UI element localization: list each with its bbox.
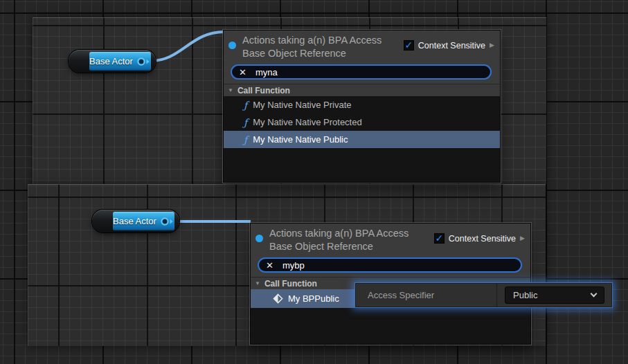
search-input[interactable]: ✕ mybp — [258, 257, 522, 273]
menu-item-label: My Native Native Protected — [253, 117, 362, 127]
node-header: Base Actor — [113, 212, 174, 230]
menu-title: Actions taking a(n) BPA Access Base Obje… — [269, 227, 434, 253]
search-value: myna — [255, 67, 278, 78]
pin-type-dot-icon — [228, 42, 236, 49]
checkbox-checked-icon[interactable]: ✓ — [434, 233, 445, 244]
base-actor-node-top[interactable]: Base Actor — [69, 50, 156, 73]
menu-title: Actions taking a(n) BPA Access Base Obje… — [242, 34, 404, 60]
bp-function-diamond-icon — [273, 293, 283, 304]
menu-item-label: My Native Native Public — [253, 134, 348, 145]
function-icon: ƒ — [244, 100, 247, 110]
node-title: Base Actor — [89, 56, 133, 66]
object-output-pin-icon[interactable] — [160, 217, 174, 226]
context-sensitive-label: Context Sensitive — [418, 41, 485, 51]
search-value: mybp — [282, 260, 305, 271]
clear-search-icon[interactable]: ✕ — [266, 261, 273, 270]
dropdown-value: Public — [513, 290, 537, 300]
function-icon: ƒ — [244, 118, 247, 127]
search-input[interactable]: ✕ myna — [231, 64, 492, 80]
category-call-function[interactable]: ▼ Call Function — [224, 84, 500, 96]
access-specifier-label: Access Specifier — [355, 283, 497, 307]
collapse-triangle-icon: ▼ — [228, 88, 233, 93]
pin-type-dot-icon — [255, 235, 263, 242]
access-specifier-panel: Access Specifier Public — [355, 282, 613, 308]
context-sensitive-label: Context Sensitive — [449, 234, 516, 244]
blueprint-canvas[interactable]: Base Actor Base Actor — [0, 0, 628, 364]
context-sensitive-toggle[interactable]: ✓ Context Sensitive ▶ — [404, 40, 494, 51]
checkbox-checked-icon[interactable]: ✓ — [404, 40, 414, 51]
chevron-down-icon — [591, 291, 598, 298]
menu-item-label: My BPPublic — [288, 293, 339, 304]
menu-item-list: ƒ My Native Native Private ƒ My Native N… — [224, 96, 500, 182]
menu-item-my-native-native-public[interactable]: ƒ My Native Native Public — [224, 131, 500, 148]
menu-item-my-native-native-private[interactable]: ƒ My Native Native Private — [224, 96, 500, 113]
node-title: Base Actor — [113, 216, 156, 226]
category-label: Call Function — [237, 86, 290, 95]
function-icon: ƒ — [244, 135, 247, 145]
submenu-arrow-icon[interactable]: ▶ — [520, 235, 525, 242]
category-label: Call Function — [264, 279, 317, 289]
collapse-triangle-icon: ▼ — [255, 281, 260, 286]
context-sensitive-toggle[interactable]: ✓ Context Sensitive ▶ — [434, 233, 525, 244]
node-header: Base Actor — [89, 52, 151, 71]
clear-search-icon[interactable]: ✕ — [239, 68, 246, 77]
base-actor-node-bottom[interactable]: Base Actor — [92, 210, 179, 233]
menu-item-my-native-native-protected[interactable]: ƒ My Native Native Protected — [224, 113, 500, 131]
object-output-pin-icon[interactable] — [136, 57, 151, 66]
submenu-arrow-icon[interactable]: ▶ — [490, 42, 494, 48]
menu-header: Actions taking a(n) BPA Access Base Obje… — [224, 30, 500, 84]
access-specifier-dropdown[interactable]: Public — [505, 286, 604, 304]
menu-item-label: My Native Native Private — [253, 100, 351, 110]
context-menu-top: Actions taking a(n) BPA Access Base Obje… — [223, 30, 501, 183]
menu-header: Actions taking a(n) BPA Access Base Obje… — [251, 224, 530, 277]
